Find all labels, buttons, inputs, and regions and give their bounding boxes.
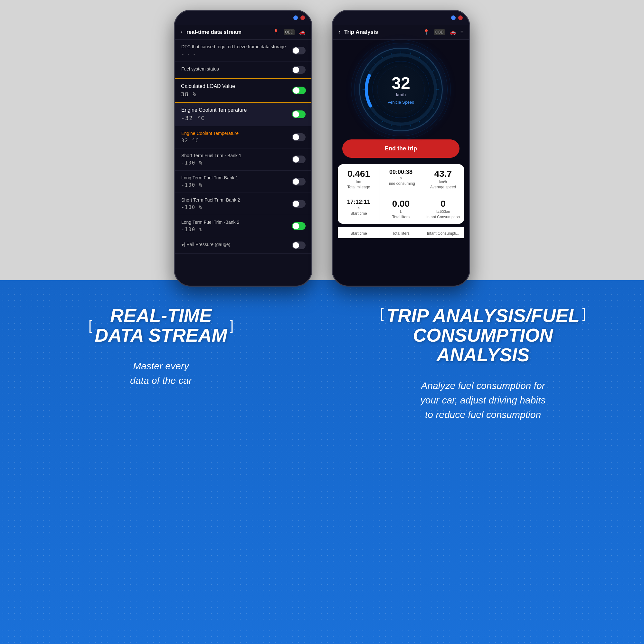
stat-instant-consumption: 0 L/100km Intant Consumption xyxy=(422,194,464,224)
avg-speed-unit: km/h xyxy=(426,180,460,184)
avg-speed-label: Average speed xyxy=(426,185,460,189)
data-item-load: Calculated LOAD Value 38 % xyxy=(174,78,312,103)
location-icon-r[interactable]: 📍 xyxy=(423,29,430,35)
load-value: 38 % xyxy=(181,91,305,98)
left-feature-title: REAL-TIME DATA STREAM xyxy=(95,306,227,345)
time-value: 00:00:38 xyxy=(384,169,418,175)
location-icon[interactable]: 📍 xyxy=(273,29,279,35)
topbar-dot-red xyxy=(300,15,305,20)
header-icons-r: 📍 OBD 🚗 ≡ xyxy=(423,29,463,35)
stft1-value: -100 % xyxy=(181,160,305,166)
stat-time: 00:00:38 s Time consuming xyxy=(380,164,422,194)
right-title-line2: CONSUMPTION xyxy=(386,326,580,345)
coolant2-label: Engine Coolant Temperature xyxy=(181,131,305,136)
right-phone-topbar xyxy=(333,11,469,25)
data-item-rail: ●| Rail Pressure (gauge) xyxy=(175,237,311,254)
bottom-left-section: [ REAL-TIME DATA STREAM ] Master every d… xyxy=(0,299,322,394)
right-bracket-container: [ TRIP ANALYSIS/FUEL CONSUMPTION ANALYSI… xyxy=(380,306,586,365)
svg-line-2 xyxy=(419,56,420,58)
back-arrow[interactable]: ‹ xyxy=(181,29,183,35)
data-item-ltft1: Long Term Fuel Trim-Bank 1 -100 % xyxy=(175,171,311,193)
svg-line-20 xyxy=(368,70,370,71)
time-label: Time consuming xyxy=(384,181,418,186)
trip-analysis-title: Trip Analysis xyxy=(344,29,419,35)
stft2-value: -100 % xyxy=(181,204,305,210)
topbar-dot-blue xyxy=(293,15,298,20)
right-bracket-open: [ xyxy=(380,306,384,321)
mileage-unit: km xyxy=(342,180,376,184)
car-icon[interactable]: 🚗 xyxy=(299,29,306,35)
svg-line-10 xyxy=(419,121,420,123)
svg-line-16 xyxy=(368,108,370,109)
bottom-section: [ REAL-TIME DATA STREAM ] Master every d… xyxy=(0,280,644,644)
start-time-value: 17:12:11 xyxy=(342,199,376,205)
ltft1-toggle[interactable] xyxy=(292,178,306,185)
dtc-toggle[interactable] xyxy=(292,47,306,54)
stat-avg-speed: 43.7 km/h Average speed xyxy=(422,164,464,194)
obd-icon-r[interactable]: OBD xyxy=(434,29,445,35)
instant-consumption-label: Intant Consumption xyxy=(426,215,460,219)
left-feature-desc: Master every data of the car xyxy=(19,359,303,388)
speed-value: 32 xyxy=(387,75,414,91)
menu-icon-r[interactable]: ≡ xyxy=(460,29,463,35)
instant-consumption-value: 0 xyxy=(426,199,460,209)
svg-line-11 xyxy=(410,125,411,127)
left-phone: ‹ real-time data stream 📍 OBD 🚗 DTC that… xyxy=(174,10,312,287)
left-bracket-open: [ xyxy=(89,318,92,333)
data-stream-list: DTC that caused required freeze frame da… xyxy=(175,40,311,254)
car-icon-r[interactable]: 🚗 xyxy=(450,29,456,35)
instant-consumption-unit: L/100km xyxy=(426,210,460,213)
avg-speed-value: 43.7 xyxy=(426,169,460,179)
fuel-status-label: Fuel system status xyxy=(181,66,305,71)
svg-line-22 xyxy=(382,56,383,58)
partial-start-time: Start time xyxy=(338,230,380,237)
coolant2-toggle[interactable] xyxy=(292,133,306,141)
svg-line-7 xyxy=(436,99,438,99)
data-item-dtc: DTC that caused required freeze frame da… xyxy=(175,40,311,62)
data-item-ltft2: Long Term Fuel Trim -Bank 2 -100 % xyxy=(175,215,311,237)
fuel-status-toggle[interactable] xyxy=(292,66,306,74)
speed-gauge: 32 km/h Vehicle Speed xyxy=(333,40,469,136)
partial-instant: Intant Consumpti... xyxy=(422,230,464,237)
stft2-label: Short Term Fuel Trim -Bank 2 xyxy=(181,197,305,203)
header-icons: 📍 OBD 🚗 xyxy=(273,29,306,35)
back-arrow-r[interactable]: ‹ xyxy=(338,29,340,35)
ltft2-toggle[interactable] xyxy=(292,222,306,230)
coolant-value: -32 °C xyxy=(181,115,305,121)
left-phone-topbar xyxy=(175,11,311,25)
right-title-line3: ANALYSIS xyxy=(386,345,580,365)
dtc-value: - - - xyxy=(181,51,305,57)
end-trip-button[interactable]: End the trip xyxy=(342,139,459,158)
left-phone-header: ‹ real-time data stream 📍 OBD 🚗 xyxy=(175,25,311,40)
rail-label: ●| Rail Pressure (gauge) xyxy=(181,242,305,247)
left-bracket-container: [ REAL-TIME DATA STREAM ] xyxy=(89,306,234,345)
right-phone-content: ‹ Trip Analysis 📍 OBD 🚗 ≡ xyxy=(333,25,469,287)
stft1-label: Short Term Fuel Trim - Bank 1 xyxy=(181,153,305,158)
gauge-face: 32 km/h Vehicle Speed xyxy=(359,48,443,131)
ltft1-value: -100 % xyxy=(181,182,305,188)
load-toggle[interactable] xyxy=(292,87,306,94)
coolant2-value: 32 °C xyxy=(181,138,305,144)
coolant-label: Engine Coolant Temperature xyxy=(181,107,305,113)
total-liters-unit: L xyxy=(384,210,418,213)
svg-line-4 xyxy=(432,70,434,71)
right-phone: ‹ Trip Analysis 📍 OBD 🚗 ≡ xyxy=(332,10,470,287)
obd-icon[interactable]: OBD xyxy=(284,29,295,35)
coolant-toggle[interactable] xyxy=(292,110,306,118)
speed-label: Vehicle Speed xyxy=(387,100,414,105)
right-phone-header: ‹ Trip Analysis 📍 OBD 🚗 ≡ xyxy=(333,25,469,40)
stft1-toggle[interactable] xyxy=(292,156,306,163)
stat-total-liters: 0.00 L Total liters xyxy=(380,194,422,224)
left-phone-content: ‹ real-time data stream 📍 OBD 🚗 DTC that… xyxy=(175,25,311,287)
svg-line-5 xyxy=(436,80,438,80)
total-liters-label: Total liters xyxy=(384,215,418,219)
mileage-label: Total mileage xyxy=(342,185,376,189)
total-liters-value: 0.00 xyxy=(384,199,418,209)
partial-total-liters: Total liters xyxy=(380,230,422,237)
data-item-stft1: Short Term Fuel Trim - Bank 1 -100 % xyxy=(175,148,311,171)
stft2-toggle[interactable] xyxy=(292,200,306,208)
svg-line-1 xyxy=(410,52,411,55)
rail-toggle[interactable] xyxy=(292,241,306,249)
left-bracket-close: ] xyxy=(230,318,234,333)
stat-mileage: 0.461 km Total mileage xyxy=(338,164,380,194)
